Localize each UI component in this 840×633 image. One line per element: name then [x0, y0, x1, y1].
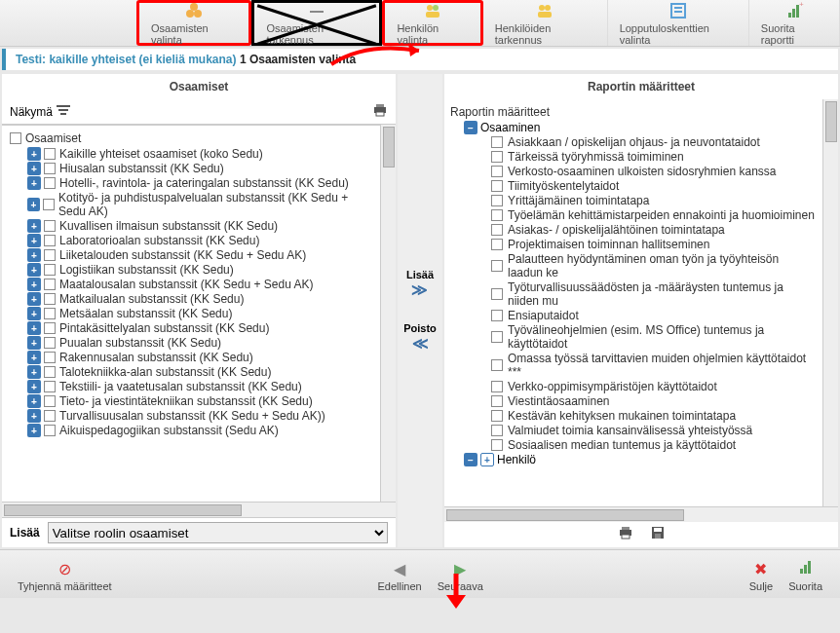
toolbar-osaamisten-tarkennus[interactable]: Osaamisten tarkennus: [251, 0, 382, 46]
checkbox[interactable]: [491, 359, 503, 371]
checkbox[interactable]: [44, 381, 56, 392]
expand-icon[interactable]: +: [27, 380, 41, 393]
close-button[interactable]: ✖ Sulje: [742, 558, 781, 594]
checkbox[interactable]: [491, 395, 503, 407]
horizontal-scrollbar[interactable]: [444, 506, 838, 522]
expand-icon[interactable]: +: [27, 336, 41, 350]
vertical-scrollbar[interactable]: [822, 99, 838, 506]
expand-icon[interactable]: +: [27, 147, 41, 161]
expand-icon[interactable]: +: [480, 453, 494, 466]
expand-icon[interactable]: +: [27, 248, 41, 262]
toolbar-label: Osaamisten valinta: [151, 22, 237, 46]
clear-attributes-button[interactable]: ⊘ Tyhjennä määritteet: [10, 558, 120, 594]
collapse-icon[interactable]: −: [464, 453, 477, 466]
checkbox[interactable]: [491, 151, 503, 163]
right-item-label: Työvälineohjelmien (esim. MS Office) tun…: [508, 323, 817, 351]
next-button[interactable]: ▶ Seuraava: [430, 558, 491, 594]
checkbox[interactable]: [491, 288, 503, 300]
print-icon[interactable]: [372, 103, 388, 120]
tree-item-label: Aikuispedagogiikan substanssit (Sedu AK): [59, 424, 279, 437]
run-label: Suorita: [788, 580, 822, 592]
checkbox[interactable]: [491, 195, 503, 206]
checkbox[interactable]: [44, 235, 56, 246]
run-button[interactable]: Suorita: [781, 557, 830, 594]
tree-node: +Tekstiili- ja vaatetusalan substanssit …: [27, 380, 376, 393]
expand-icon[interactable]: +: [27, 424, 41, 437]
left-panel-title: Osaamiset: [2, 74, 396, 99]
checkbox[interactable]: [491, 260, 503, 272]
checkbox[interactable]: [491, 310, 503, 321]
checkbox[interactable]: [491, 166, 503, 177]
svg-rect-19: [60, 113, 66, 115]
checkbox[interactable]: [491, 209, 503, 221]
checkbox[interactable]: [44, 395, 56, 407]
checkbox[interactable]: [491, 381, 503, 392]
expand-icon[interactable]: +: [27, 263, 41, 277]
checkbox[interactable]: [491, 239, 503, 250]
checkbox[interactable]: [44, 337, 56, 349]
expand-icon[interactable]: +: [27, 307, 41, 320]
expand-icon[interactable]: +: [27, 365, 41, 379]
expand-icon[interactable]: +: [27, 162, 41, 175]
checkbox[interactable]: [44, 322, 56, 334]
expand-icon[interactable]: +: [27, 321, 41, 335]
previous-button[interactable]: ◀ Edellinen: [369, 558, 429, 594]
checkbox[interactable]: [44, 177, 56, 189]
run-report-icon: +: [784, 1, 804, 20]
svg-rect-24: [622, 527, 630, 530]
checkbox[interactable]: [491, 180, 503, 192]
svg-rect-29: [800, 569, 803, 574]
checkbox[interactable]: [491, 136, 503, 148]
expand-icon[interactable]: +: [27, 351, 41, 364]
checkbox[interactable]: [491, 439, 503, 451]
horizontal-scrollbar[interactable]: [2, 502, 396, 517]
tree-node: +Liiketalouden substanssit (KK Sedu + Se…: [27, 248, 376, 262]
checkbox[interactable]: [44, 148, 56, 160]
toolbar-osaamisten-valinta[interactable]: Osaamisten valinta: [136, 0, 251, 46]
checkbox[interactable]: [44, 220, 56, 232]
checkbox[interactable]: [10, 132, 21, 144]
toolbar-lopputuloskenttien-valinta[interactable]: Lopputuloskenttien valinta: [608, 0, 749, 46]
checkbox[interactable]: [44, 293, 56, 305]
next-label: Seuraava: [438, 580, 483, 592]
checkbox[interactable]: [44, 366, 56, 378]
expand-icon[interactable]: +: [27, 198, 40, 211]
checkbox[interactable]: [44, 249, 56, 261]
checkbox[interactable]: [491, 224, 503, 236]
toolbar-henkilon-valinta[interactable]: Henkilön valinta: [382, 0, 482, 46]
toolbar-henkiloiden-tarkennus[interactable]: Henkilöiden tarkennus: [483, 0, 608, 46]
expand-icon[interactable]: +: [27, 394, 41, 408]
filter-icon[interactable]: [57, 104, 70, 119]
expand-icon[interactable]: +: [27, 219, 41, 233]
save-icon[interactable]: [651, 526, 665, 543]
checkbox[interactable]: [44, 308, 56, 319]
add-button[interactable]: Lisää ≫: [406, 269, 434, 299]
checkbox[interactable]: [44, 163, 56, 174]
svg-rect-17: [57, 105, 70, 107]
vertical-scrollbar[interactable]: [380, 125, 396, 502]
toolbar-suorita-raportti[interactable]: + Suorita raportti: [749, 0, 840, 46]
checkbox[interactable]: [491, 331, 503, 343]
expand-icon[interactable]: +: [27, 292, 41, 306]
expand-icon[interactable]: +: [27, 234, 41, 247]
checkbox[interactable]: [44, 425, 56, 436]
checkbox[interactable]: [43, 199, 55, 210]
list-item: Asiakkaan / opiskelijan ohjaus- ja neuvo…: [491, 135, 817, 149]
collapse-icon[interactable]: −: [464, 121, 477, 134]
print-icon[interactable]: [618, 526, 633, 543]
remove-button[interactable]: Poisto ≪: [403, 322, 437, 353]
checkbox[interactable]: [491, 410, 503, 422]
checkbox[interactable]: [44, 279, 56, 290]
expand-icon[interactable]: +: [27, 176, 41, 190]
expand-icon[interactable]: +: [27, 278, 41, 291]
svg-rect-28: [655, 534, 661, 539]
role-select[interactable]: Valitse roolin osaamiset: [48, 522, 388, 543]
close-label: Sulje: [749, 580, 773, 592]
checkbox[interactable]: [491, 425, 503, 436]
expand-icon[interactable]: +: [27, 409, 41, 423]
checkbox[interactable]: [44, 264, 56, 276]
checkbox[interactable]: [44, 410, 56, 422]
checkbox[interactable]: [44, 352, 56, 363]
svg-rect-3: [310, 11, 324, 13]
list-item: Sosiaalisen median tuntemus ja käyttötai…: [491, 438, 817, 452]
